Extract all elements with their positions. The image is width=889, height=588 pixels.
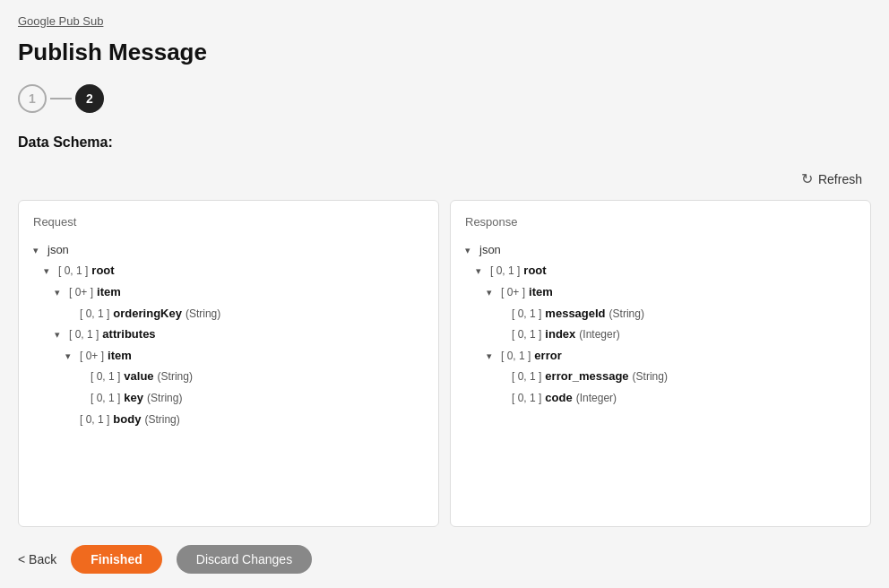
node-name: body [113,409,141,429]
tree-node: [ 0, 1 ] orderingKey (String) [65,303,424,324]
chevron-icon[interactable]: ▾ [487,348,497,366]
tree-node: [ 0, 1 ] key (String) [76,387,424,409]
tree-node: ▾ [ 0+ ] item [65,345,424,367]
chevron-icon[interactable]: ▾ [65,348,76,366]
node-name: code [545,387,572,408]
tree-node: [ 0, 1 ] index (Integer) [497,324,856,345]
back-button[interactable]: < Back [18,552,56,566]
step-connector [50,98,72,99]
tree-node: ▾ [ 0+ ] item [487,281,856,303]
node-range: [ 0+ ] [69,283,93,303]
node-range: [ 0, 1 ] [80,411,109,430]
node-name: root [91,260,114,281]
response-panel-header: Response [465,215,856,229]
request-panel: Request ▾ json ▾ [ 0, 1 ] root ▾ [ 0+ ] … [18,200,439,527]
node-range: [ 0, 1 ] [501,347,531,367]
tree-node: ▾ [ 0, 1 ] root [44,260,424,281]
tree-node: ▾ json [465,239,856,260]
chevron-icon[interactable]: ▾ [33,242,44,260]
data-schema-label: Data Schema: [18,134,871,151]
tree-node: ▾ [ 0, 1 ] error [487,345,856,367]
node-range: [ 0, 1 ] [512,325,541,345]
node-type: (String) [609,305,644,324]
footer: < Back Finished Discard Changes [18,527,871,574]
stepper: 1 2 [18,84,871,113]
node-name: json [479,239,501,260]
node-name: json [47,239,69,260]
request-panel-header: Request [33,215,424,229]
request-tree: ▾ json ▾ [ 0, 1 ] root ▾ [ 0+ ] item [ 0… [33,239,424,429]
node-range: [ 0, 1 ] [58,262,88,281]
tree-node: ▾ [ 0, 1 ] root [476,260,856,281]
node-name: messageId [545,303,605,324]
chevron-icon[interactable]: ▾ [44,263,55,281]
step-2: 2 [75,84,104,113]
node-type: (Integer) [579,325,619,345]
node-name: error_message [545,366,628,386]
response-tree: ▾ json ▾ [ 0, 1 ] root ▾ [ 0+ ] item [ 0… [465,239,856,409]
toolbar: ↻ Refresh [18,165,871,193]
node-type: (String) [147,389,182,409]
node-type: (String) [144,411,179,430]
tree-node: ▾ [ 0, 1 ] attributes [55,324,424,345]
node-name: root [523,260,546,281]
tree-node: [ 0, 1 ] body (String) [65,409,424,430]
node-name: item [108,345,132,366]
node-type: (String) [186,305,220,324]
node-name: key [124,387,143,408]
node-type: (String) [633,368,668,387]
step-1: 1 [18,84,47,113]
node-type: (String) [158,368,193,387]
tree-node: ▾ json [33,239,424,260]
node-range: [ 0, 1 ] [512,368,541,387]
node-range: [ 0+ ] [80,347,104,367]
tree-node: [ 0, 1 ] code (Integer) [497,387,856,409]
refresh-label: Refresh [818,172,862,186]
node-range: [ 0, 1 ] [490,262,520,281]
chevron-icon[interactable]: ▾ [55,284,65,302]
node-name: item [529,281,553,302]
node-name: orderingKey [113,303,182,324]
node-name: attributes [102,324,155,344]
page-title: Publish Message [18,39,871,66]
refresh-button[interactable]: ↻ Refresh [792,165,871,193]
node-name: index [545,324,575,344]
node-range: [ 0, 1 ] [512,305,541,324]
node-range: [ 0, 1 ] [512,389,541,409]
tree-node: [ 0, 1 ] value (String) [76,366,424,387]
tree-node: ▾ [ 0+ ] item [55,281,424,303]
node-name: value [124,366,153,386]
node-name: error [534,345,561,366]
chevron-icon[interactable]: ▾ [465,242,476,260]
node-name: item [97,281,121,302]
chevron-icon[interactable]: ▾ [55,326,65,344]
node-range: [ 0, 1 ] [69,325,99,345]
response-panel: Response ▾ json ▾ [ 0, 1 ] root ▾ [ 0+ ]… [450,200,871,527]
node-type: (Integer) [576,389,617,409]
breadcrumb[interactable]: Google Pub Sub [18,14,871,28]
chevron-icon[interactable]: ▾ [476,263,487,281]
node-range: [ 0, 1 ] [80,305,109,324]
schema-panels: Request ▾ json ▾ [ 0, 1 ] root ▾ [ 0+ ] … [18,200,871,527]
tree-node: [ 0, 1 ] messageId (String) [497,303,856,324]
chevron-icon[interactable]: ▾ [487,284,497,302]
refresh-icon: ↻ [801,170,813,187]
discard-button[interactable]: Discard Changes [177,545,312,574]
node-range: [ 0+ ] [501,283,525,303]
tree-node: [ 0, 1 ] error_message (String) [497,366,856,387]
node-range: [ 0, 1 ] [91,389,120,409]
finished-button[interactable]: Finished [71,545,162,574]
node-range: [ 0, 1 ] [91,368,120,387]
